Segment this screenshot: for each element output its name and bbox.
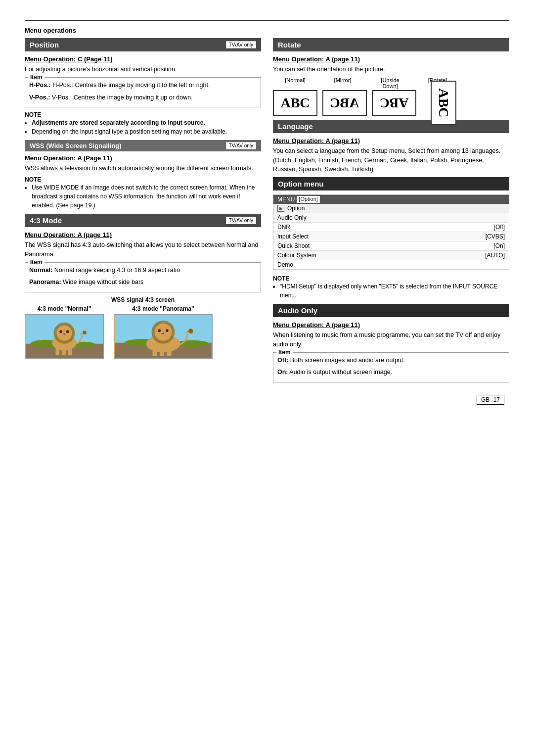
wss-badge: TV/AV only <box>226 142 256 149</box>
audio-only-on: On: Audio is output without screen image… <box>277 368 505 377</box>
mode43-menu-op-title: Menu Operation: A (page 11) <box>25 231 261 238</box>
option-menu-section-header: Option menu <box>273 177 509 190</box>
option-menu-word: MENU <box>277 196 295 203</box>
table-row: Demo <box>273 260 509 270</box>
two-col-layout: Position TV/AV only Menu Operation: C (P… <box>25 38 509 386</box>
wss-panorama-item: 4:3 mode "Panorama" <box>114 305 213 359</box>
page-number-wrapper: GB -17 <box>25 396 509 403</box>
language-section-header: Language <box>273 120 509 133</box>
mode43-item-box: Item Normal: Normal range keeping 4:3 or… <box>25 262 261 293</box>
svg-point-7 <box>56 326 72 341</box>
abc-upside: ABC <box>372 90 416 116</box>
svg-point-9 <box>66 330 69 333</box>
abc-rotate: ABC <box>431 81 456 125</box>
language-description: You can select a language from the Setup… <box>273 146 509 174</box>
position-menu-op-title: Menu Operation: C (Page 11) <box>25 55 261 63</box>
lion-normal-image <box>25 314 104 359</box>
svg-point-23 <box>154 324 172 341</box>
abc-labels-row: [Normal] [Mirror] [UpsideDown] [Rotate] <box>273 77 509 89</box>
menu-operations-title: Menu operations <box>25 27 509 34</box>
audio-only-section-header: Audio Only <box>273 304 509 317</box>
top-divider <box>25 20 509 21</box>
option-note1: "HDMI Setup" is displayed only when "EXT… <box>280 282 509 300</box>
option-menu-sub: ⊞ Option <box>273 204 509 213</box>
option-menu-box: MENU [Option] ⊞ Option Audio Only DNR <box>273 194 509 270</box>
position-item-box: Item H-Pos.: H-Pos.: Centres the image b… <box>25 77 261 108</box>
svg-rect-28 <box>152 348 157 356</box>
audio-only-description: When listening to music from a music pro… <box>273 331 509 349</box>
svg-rect-13 <box>62 347 66 355</box>
wss-note1: Use WIDE MODE if an image does not switc… <box>32 183 261 210</box>
rotate-menu-op-title: Menu Operation: A (page 11) <box>273 55 509 63</box>
language-menu-op-title: Menu Operation: A (page 11) <box>273 137 509 144</box>
position-note: NOTE Adjustments are stored separately a… <box>25 111 261 136</box>
position-item-label: Item <box>28 74 44 81</box>
wss-menu-op-title: Menu Operation: A (Page 11) <box>25 154 261 162</box>
position-description: For adjusting a picture's horizontal and… <box>25 65 261 74</box>
right-column: Rotate Menu Operation: A (page 11) You c… <box>273 38 509 386</box>
position-vpos: V-Pos.: V-Pos.: Centres the image by mov… <box>29 93 257 102</box>
option-menu-note: NOTE "HDMI Setup" is displayed only when… <box>273 275 509 300</box>
row-value-audio-only <box>422 213 509 223</box>
row-value-demo <box>422 260 509 270</box>
option-menu-title: Option menu <box>278 180 324 188</box>
row-label-demo: Demo <box>273 260 422 270</box>
wss-normal-item: 4:3 mode "Normal" <box>25 305 104 359</box>
rotate-description: You can set the orientation of the pictu… <box>273 65 509 74</box>
table-row: Audio Only <box>273 213 509 223</box>
audio-only-menu-op-title: Menu Operation: A (page 11) <box>273 321 509 329</box>
abc-row: ABC ABC ABC ABC <box>273 90 509 116</box>
svg-point-27 <box>162 333 164 334</box>
position-section-header: Position TV/AV only <box>25 38 261 51</box>
svg-rect-14 <box>68 347 72 355</box>
abc-normal: ABC <box>273 90 317 116</box>
row-value-input-select: [CVBS] <box>422 232 509 241</box>
abc-label-normal: [Normal] <box>273 77 317 89</box>
language-title: Language <box>278 122 313 131</box>
position-note1: Adjustments are stored separately accord… <box>32 118 261 127</box>
audio-only-item-label: Item <box>276 349 293 356</box>
row-label-dnr: DNR <box>273 223 422 232</box>
svg-rect-12 <box>55 347 59 355</box>
row-value-colour-system: [AUTO] <box>422 251 509 260</box>
table-row: DNR [Off] <box>273 223 509 232</box>
lion-panorama-image <box>114 314 213 359</box>
mode43-badge: TV/AV only <box>226 217 256 224</box>
svg-point-24 <box>158 329 161 332</box>
row-label-input-select: Input Select <box>273 232 422 241</box>
abc-mirror: ABC <box>322 90 367 116</box>
svg-point-8 <box>59 330 62 333</box>
audio-only-item-box: Item Off: Both screen images and audio a… <box>273 352 509 383</box>
option-menu-header: MENU [Option] <box>273 195 509 204</box>
svg-point-31 <box>188 329 193 333</box>
wss-note: NOTE Use WIDE MODE if an image does not … <box>25 176 261 210</box>
wss-section-header: WSS (Wide Screen Signalling) TV/AV only <box>25 140 261 151</box>
table-row: Colour System [AUTO] <box>273 251 509 260</box>
rotate-section-header: Rotate <box>273 38 509 51</box>
option-menu-table: Audio Only DNR [Off] Input Select [CVBS] <box>273 213 509 270</box>
position-hpos: H-Pos.: H-Pos.: Centres the image by mov… <box>29 81 257 90</box>
option-note-title: NOTE <box>273 275 509 282</box>
row-value-dnr: [Off] <box>422 223 509 232</box>
wss-normal-title: 4:3 mode "Normal" <box>38 305 91 312</box>
position-note2: Depending on the input signal type a pos… <box>32 127 261 136</box>
rotate-title: Rotate <box>278 41 301 49</box>
option-header-option: [Option] <box>297 196 320 203</box>
mode43-section-header: 4:3 Mode TV/AV only <box>25 214 261 227</box>
svg-rect-30 <box>167 348 172 356</box>
wss-title: WSS (Wide Screen Signalling) <box>30 142 122 149</box>
svg-point-25 <box>166 329 169 332</box>
mode43-description: The WSS signal has 4:3 auto-switching th… <box>25 240 261 259</box>
option-submenu-label: Option <box>287 205 305 212</box>
position-title: Position <box>30 41 59 49</box>
page-content: Menu operations Position TV/AV only Menu… <box>25 20 509 403</box>
row-value-quick-shoot: [On] <box>422 241 509 251</box>
wss-note-title: NOTE <box>25 176 261 183</box>
table-row: Input Select [CVBS] <box>273 232 509 241</box>
svg-rect-29 <box>160 348 164 356</box>
mode43-item-label: Item <box>28 259 44 266</box>
page-number: GB -17 <box>477 395 504 405</box>
abc-label-upside: [UpsideDown] <box>368 77 412 89</box>
row-label-quick-shoot: Quick Shoot <box>273 241 422 251</box>
table-row: Quick Shoot [On] <box>273 241 509 251</box>
